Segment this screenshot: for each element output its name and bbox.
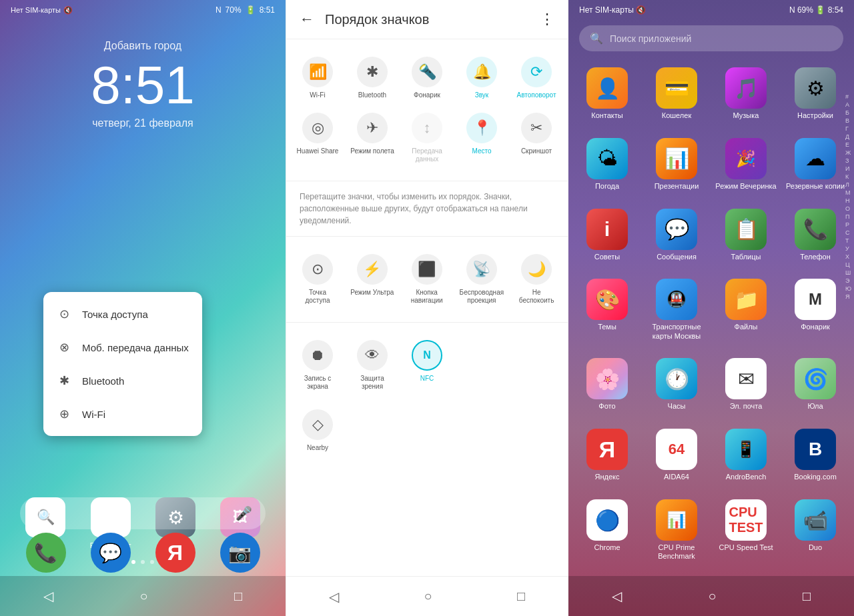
weather-icon: 🌤: [586, 138, 628, 179]
status-bar: Нет SIM-карты 🔇 N 70% 🔋 8:51: [0, 0, 286, 20]
app-email[interactable]: ✉ Эл. почта: [713, 353, 779, 421]
home-button[interactable]: ○: [701, 582, 723, 611]
status-right: N 69% 🔋 8:54: [789, 5, 843, 15]
popup-item-hotspot[interactable]: ⊙ Точка доступа: [43, 297, 202, 331]
tile-wifi-label: Wi-Fi: [310, 91, 325, 99]
screen-record-icon: ⏺: [302, 340, 333, 371]
app-wallet[interactable]: 💳 Кошелек: [643, 62, 710, 130]
app-music[interactable]: 🎵 Музыка: [713, 62, 779, 130]
app-themes[interactable]: 🎨 Темы: [574, 273, 640, 350]
contacts-icon: 👤: [586, 67, 628, 109]
dock-messages[interactable]: 💬: [91, 533, 131, 573]
tile-nearby[interactable]: ◇ Nearby: [293, 403, 342, 459]
tiles-grid-row3: ⊙ Точка доступа ⚡ Режим Ультра ⬛ Кнопка …: [286, 237, 568, 323]
tile-airplane[interactable]: ✈ Режим полета: [348, 106, 397, 170]
popup-item-label: Моб. передача данных: [82, 342, 189, 353]
app-party-mode[interactable]: 🎉 Режим Вечеринка: [713, 133, 779, 201]
recents-button[interactable]: □: [228, 582, 249, 611]
wallet-icon: 💳: [656, 67, 697, 109]
email-icon: ✉: [725, 358, 767, 399]
home-button[interactable]: ○: [417, 582, 438, 611]
app-cpu-speed[interactable]: CPUTEST CPU Speed Test: [713, 494, 779, 571]
tile-wifi[interactable]: 📶 Wi-Fi: [293, 50, 342, 106]
dock-phone[interactable]: 📞: [26, 533, 66, 573]
app-androbench[interactable]: 📱 AndroBench: [713, 423, 779, 491]
eye-icon: 👁: [357, 340, 388, 371]
apps-grid: 👤 Контакты 💳 Кошелек 🎵 Музыка ⚙ Настройк…: [568, 57, 854, 576]
tile-nav-label: Кнопка навигации: [405, 289, 449, 305]
airplane-icon: ✈: [357, 113, 388, 143]
app-clock[interactable]: 🕐 Часы: [643, 353, 710, 421]
app-tables[interactable]: 📋 Таблицы: [713, 203, 779, 271]
app-settings[interactable]: ⚙ Настройки: [782, 62, 849, 130]
app-yula[interactable]: 🌀 Юла: [782, 353, 849, 421]
bluetooth-icon: ✱: [357, 57, 388, 87]
messages-icon: 💬: [656, 209, 697, 250]
flashlight-icon: 🔦: [412, 57, 442, 87]
chrome-icon: 🔵: [586, 499, 628, 541]
app-backup[interactable]: ☁ Резервные копии: [782, 133, 849, 201]
back-button[interactable]: ←: [300, 11, 314, 28]
files-icon: 📁: [725, 279, 767, 320]
app-presentations[interactable]: 📊 Презентации: [643, 133, 710, 201]
tile-wireless-projection[interactable]: 📡 Беспроводная проекция: [457, 247, 507, 311]
app-booking[interactable]: B Booking.com: [782, 423, 849, 491]
tile-dnd[interactable]: 🌙 Не беспокоить: [512, 247, 561, 311]
tile-sound-label: Звук: [475, 91, 489, 99]
yandex-icon: Я: [586, 429, 628, 470]
back-button[interactable]: ◁: [37, 581, 60, 611]
yula-icon: 🌀: [795, 358, 836, 399]
app-flashlight[interactable]: M Фонарик: [782, 273, 849, 350]
tile-nfc[interactable]: N NFC: [402, 333, 452, 397]
dock-camera[interactable]: 📷: [220, 533, 260, 573]
tile-huawei-share[interactable]: ◎ Huawei Share: [293, 106, 342, 170]
app-aida64[interactable]: 64 AIDA64: [643, 423, 710, 491]
mic-icon[interactable]: 🎤: [236, 505, 252, 521]
app-transport[interactable]: 🚇 Транспортные карты Москвы: [643, 273, 710, 350]
tile-screen-record[interactable]: ⏺ Запись с экрана: [293, 333, 342, 397]
app-files[interactable]: 📁 Файлы: [713, 273, 779, 350]
tile-location[interactable]: 📍 Место: [457, 106, 506, 170]
lock-screen: Нет SIM-карты 🔇 N 70% 🔋 8:51 Добавить го…: [0, 0, 286, 616]
popup-item-mobile-data[interactable]: ⊗ Моб. передача данных: [43, 331, 202, 364]
search-bar[interactable]: Поис 🎤: [20, 497, 266, 529]
carrier-label: Нет SIM-карты 🔇: [579, 5, 646, 15]
popup-item-wifi[interactable]: ⊕ Wi-Fi: [43, 397, 202, 431]
dock-yandex[interactable]: Я: [155, 533, 195, 573]
app-messages[interactable]: 💬 Сообщения: [643, 203, 710, 271]
home-button[interactable]: ○: [133, 582, 154, 611]
recents-button[interactable]: □: [796, 582, 817, 611]
popup-item-bluetooth[interactable]: ✱ Bluetooth: [43, 364, 202, 397]
recents-button[interactable]: □: [510, 582, 532, 611]
settings-header: ← Порядок значков ⋮: [286, 0, 568, 39]
tile-sound[interactable]: 🔔 Звук: [457, 50, 506, 106]
tile-eye-protection[interactable]: 👁 Защита зрения: [348, 333, 397, 397]
tile-location-label: Место: [472, 147, 491, 155]
tile-flashlight[interactable]: 🔦 Фонарик: [402, 50, 452, 106]
back-button[interactable]: ◁: [322, 582, 346, 611]
tile-bluetooth[interactable]: ✱ Bluetooth: [348, 50, 397, 106]
app-duo[interactable]: 📹 Duo: [782, 494, 849, 571]
app-phone[interactable]: 📞 Телефон: [782, 203, 849, 271]
search-bar[interactable]: 🔍 Поиск приложений: [579, 25, 843, 51]
app-cpu-prime[interactable]: 📊 CPU Prime Benchmark: [643, 494, 710, 571]
app-tips[interactable]: i Советы: [574, 203, 640, 271]
app-contacts[interactable]: 👤 Контакты: [574, 62, 640, 130]
app-yandex[interactable]: Я Яндекс: [574, 423, 640, 491]
back-button[interactable]: ◁: [605, 581, 628, 611]
tile-autorotate[interactable]: ⟳ Автоповорот: [512, 50, 561, 106]
app-weather[interactable]: 🌤 Погода: [574, 133, 640, 201]
tile-screenshot[interactable]: ✂ Скриншот: [512, 106, 561, 170]
tile-autorotate-label: Автоповорот: [516, 91, 556, 99]
tile-ultra[interactable]: ⚡ Режим Ультра: [348, 247, 397, 311]
tile-nav-button[interactable]: ⬛ Кнопка навигации: [402, 247, 452, 311]
app-photo[interactable]: 🌸 Фото: [574, 353, 640, 421]
clock-display: 8:51: [91, 59, 195, 112]
navigation-bar: ◁ ○ □: [286, 576, 568, 616]
app-chrome[interactable]: 🔵 Chrome: [574, 494, 640, 571]
tile-hotspot[interactable]: ⊙ Точка доступа: [293, 247, 342, 311]
popup-item-label: Bluetooth: [82, 375, 124, 387]
clock-icon: 🕐: [656, 358, 697, 399]
more-button[interactable]: ⋮: [540, 11, 554, 28]
tile-data-transfer[interactable]: ↕ Передача данных: [402, 106, 452, 170]
